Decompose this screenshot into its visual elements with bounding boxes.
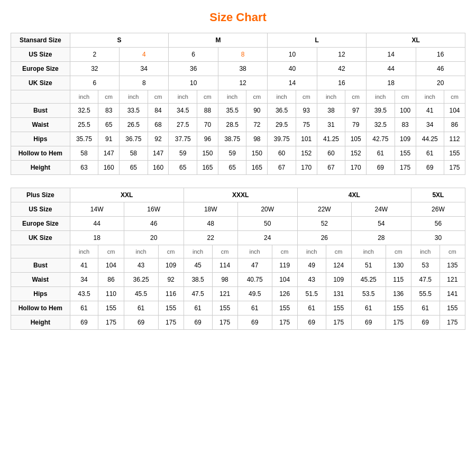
hips-value: 44.25 bbox=[416, 132, 444, 146]
uk-size-label: UK Size bbox=[11, 76, 70, 90]
unit-label: inch bbox=[169, 90, 197, 104]
size-l-header: L bbox=[268, 33, 367, 48]
plus-bust-value: 45 bbox=[184, 258, 212, 273]
waist-value: 25.5 bbox=[70, 118, 98, 132]
plus-bust-value: 47 bbox=[237, 258, 272, 273]
size-xl-header: XL bbox=[367, 33, 465, 48]
plus-unit-label: cm bbox=[272, 245, 297, 258]
uk-size-value: 10 bbox=[169, 76, 218, 90]
plus-waist-value: 38.5 bbox=[184, 273, 212, 287]
plus-waist-value: 43 bbox=[297, 273, 326, 287]
plus-uk-size-value: 28 bbox=[351, 231, 411, 245]
plus-hips-value: 45.5 bbox=[124, 287, 158, 301]
uk-size-value: 8 bbox=[120, 76, 169, 90]
plus-hollow_to_hem-value: 61 bbox=[237, 301, 272, 316]
plus-unit-label: inch bbox=[70, 245, 98, 258]
unit-label: cm bbox=[296, 90, 317, 104]
plus-waist-value: 36.25 bbox=[124, 273, 158, 287]
us-size-value: 10 bbox=[268, 48, 317, 62]
height-value: 175 bbox=[444, 161, 465, 175]
europe-size-value: 38 bbox=[218, 62, 267, 76]
bust-value: 38 bbox=[317, 104, 345, 118]
plus-us-size-label: US Size bbox=[11, 202, 70, 217]
height-value: 160 bbox=[98, 161, 120, 175]
plus-waist-value: 121 bbox=[440, 273, 465, 287]
unit-label: inch bbox=[367, 90, 395, 104]
height-value: 170 bbox=[296, 161, 317, 175]
hips-value: 96 bbox=[197, 132, 218, 146]
plus-hollow_to_hem-value: 61 bbox=[411, 301, 440, 316]
height-value: 63 bbox=[70, 161, 98, 175]
uk-size-value: 12 bbox=[218, 76, 267, 90]
europe-size-value: 40 bbox=[268, 62, 317, 76]
plus-height-value: 175 bbox=[440, 316, 465, 330]
plus-europe-size-value: 44 bbox=[70, 217, 124, 231]
plus-waist-value: 115 bbox=[386, 273, 411, 287]
europe-size-value: 34 bbox=[120, 62, 169, 76]
europe-size-value: 36 bbox=[169, 62, 218, 76]
hips-value: 91 bbox=[98, 132, 120, 146]
height-value: 69 bbox=[367, 161, 395, 175]
us-size-value: 2 bbox=[70, 48, 119, 62]
plus-hollow_to_hem-label: Hollow to Hem bbox=[11, 301, 70, 316]
hollow_to_hem-value: 59 bbox=[169, 146, 197, 161]
page-title: Size Chart bbox=[11, 11, 465, 24]
plus-unit-label: cm bbox=[212, 245, 237, 258]
plus-height-value: 69 bbox=[124, 316, 158, 330]
plus-height-value: 175 bbox=[212, 316, 237, 330]
height-value: 160 bbox=[148, 161, 169, 175]
plus-waist-value: 40.75 bbox=[237, 273, 272, 287]
size-xxxl-header: XXXL bbox=[184, 188, 297, 202]
plus-waist-value: 86 bbox=[98, 273, 124, 287]
bust-value: 88 bbox=[197, 104, 218, 118]
waist-value: 29.5 bbox=[268, 118, 296, 132]
plus-uk-size-value: 26 bbox=[297, 231, 351, 245]
waist-value: 86 bbox=[444, 118, 465, 132]
plus-unit-label: cm bbox=[326, 245, 351, 258]
plus-uk-size-value: 18 bbox=[70, 231, 124, 245]
plus-hips-value: 55.5 bbox=[411, 287, 440, 301]
hollow_to_hem-value: 152 bbox=[345, 146, 367, 161]
size-5xl-header: 5XL bbox=[411, 188, 465, 202]
uk-size-value: 18 bbox=[367, 76, 416, 90]
us-size-value: 8 bbox=[218, 48, 267, 62]
hips-value: 105 bbox=[345, 132, 367, 146]
height-value: 67 bbox=[317, 161, 345, 175]
hollow_to_hem-label: Hollow to Hem bbox=[11, 146, 70, 161]
waist-value: 27.5 bbox=[169, 118, 197, 132]
plus-height-value: 175 bbox=[386, 316, 411, 330]
waist-value: 72 bbox=[246, 118, 268, 132]
unit-label: inch bbox=[317, 90, 345, 104]
europe-size-label: Europe Size bbox=[11, 62, 70, 76]
bust-value: 100 bbox=[395, 104, 416, 118]
unit-label: cm bbox=[197, 90, 218, 104]
unit-label: cm bbox=[395, 90, 416, 104]
plus-hips-label: Hips bbox=[11, 287, 70, 301]
plus-height-value: 69 bbox=[70, 316, 98, 330]
hollow_to_hem-value: 147 bbox=[148, 146, 169, 161]
height-value: 65 bbox=[120, 161, 148, 175]
hollow_to_hem-value: 59 bbox=[218, 146, 246, 161]
plus-unit-label: cm bbox=[158, 245, 184, 258]
height-value: 175 bbox=[395, 161, 416, 175]
height-value: 65 bbox=[169, 161, 197, 175]
plus-bust-value: 104 bbox=[98, 258, 124, 273]
hips-value: 112 bbox=[444, 132, 465, 146]
unit-label: inch bbox=[218, 90, 246, 104]
height-value: 69 bbox=[416, 161, 444, 175]
plus-hips-value: 53.5 bbox=[351, 287, 386, 301]
plus-height-value: 69 bbox=[351, 316, 386, 330]
bust-value: 90 bbox=[246, 104, 268, 118]
plus-hips-value: 51.5 bbox=[297, 287, 326, 301]
plus-europe-size-value: 50 bbox=[237, 217, 297, 231]
plus-uk-size-value: 20 bbox=[124, 231, 184, 245]
plus-unit-label: cm bbox=[386, 245, 411, 258]
waist-value: 70 bbox=[197, 118, 218, 132]
unit-label: cm bbox=[98, 90, 120, 104]
plus-hollow_to_hem-value: 155 bbox=[212, 301, 237, 316]
plus-unit-label: cm bbox=[98, 245, 124, 258]
hips-value: 35.75 bbox=[70, 132, 98, 146]
plus-height-value: 69 bbox=[297, 316, 326, 330]
bust-label: Bust bbox=[11, 104, 70, 118]
bust-value: 32.5 bbox=[70, 104, 98, 118]
